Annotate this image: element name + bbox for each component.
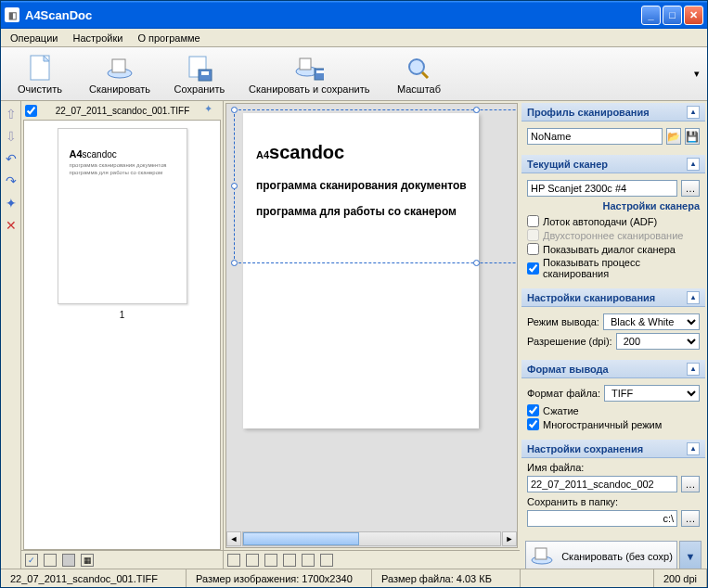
save-button[interactable]: Сохранить — [162, 51, 237, 97]
show-process-checkbox-row[interactable]: Показывать процесс сканирования — [527, 257, 700, 279]
collapse-icon[interactable]: ▴ — [687, 363, 700, 376]
svg-rect-13 — [535, 548, 547, 559]
open-profile-button[interactable]: 📂 — [666, 128, 681, 145]
svg-rect-8 — [315, 69, 324, 80]
zoom-opt-1[interactable] — [227, 554, 240, 567]
scroll-track[interactable] — [242, 531, 501, 546]
scan-dropdown-button[interactable]: ▼ — [679, 541, 702, 569]
thumbnail-list[interactable]: A4scandoc программа сканирования докумен… — [23, 120, 221, 550]
arrow-up-icon[interactable]: ⇧ — [4, 107, 19, 121]
horizontal-scrollbar[interactable]: ◄ ► — [226, 530, 517, 547]
folder-input[interactable] — [527, 510, 677, 527]
collapse-icon[interactable]: ▴ — [687, 158, 700, 171]
check-all-button[interactable]: ✓ — [25, 554, 38, 567]
collapse-icon[interactable]: ▴ — [687, 442, 700, 455]
menu-settings[interactable]: Настройки — [67, 31, 128, 45]
file-format-select[interactable]: TIFF — [604, 385, 700, 402]
duplex-checkbox-row: Двухстороннее сканирование — [527, 229, 700, 241]
show-dialog-checkbox[interactable] — [527, 243, 539, 255]
right-panel: Профиль сканирования▴ 📂 💾 Текущий сканер… — [520, 101, 707, 569]
clear-button[interactable]: Очистить — [3, 51, 77, 97]
menu-about[interactable]: О программе — [132, 31, 205, 45]
zoom-opt-2[interactable] — [246, 554, 259, 567]
handle-w[interactable] — [231, 183, 238, 189]
handle-n[interactable] — [473, 107, 480, 113]
preview-canvas[interactable]: A4scandoc программа сканирования докумен… — [226, 104, 517, 530]
resolution-select[interactable]: 200 — [616, 333, 700, 350]
scroll-thumb[interactable] — [243, 532, 359, 545]
show-process-checkbox[interactable] — [527, 262, 539, 275]
preview-panel: A4scandoc программа сканирования докумен… — [225, 103, 518, 548]
content-area: ⇧ ⇩ ↶ ↷ ✦ ✕ 22_07_2011_scandoc_001.TIFF … — [1, 101, 707, 569]
save-section-header[interactable]: Настройки сохранения▴ — [521, 440, 705, 458]
thumbnail-page[interactable]: A4scandoc программа сканирования докумен… — [58, 128, 187, 304]
zoom-opt-3[interactable] — [264, 554, 277, 567]
browse-scanner-button[interactable]: … — [681, 180, 700, 197]
filename-input[interactable] — [527, 476, 677, 492]
scroll-right-arrow[interactable]: ► — [502, 531, 517, 546]
handle-s[interactable] — [473, 260, 480, 266]
svg-line-11 — [422, 72, 428, 78]
menu-operations[interactable]: Операции — [5, 31, 63, 45]
rotate-right-icon[interactable]: ↷ — [4, 173, 19, 188]
scanner-icon — [105, 54, 135, 83]
zoom-opt-6[interactable] — [320, 554, 333, 567]
thumbnail-config-icon[interactable]: ✦ — [204, 103, 219, 118]
window-title: A4ScanDoc — [25, 8, 639, 22]
zoom-opt-4[interactable] — [283, 554, 296, 567]
svg-rect-2 — [112, 59, 125, 72]
view-mode-1-button[interactable] — [62, 554, 75, 567]
menubar: Операции Настройки О программе — [1, 29, 707, 47]
collapse-icon[interactable]: ▴ — [687, 106, 700, 119]
collapse-icon[interactable]: ▴ — [687, 291, 700, 304]
scan-no-save-button[interactable]: Сканировать (без сохр) — [525, 541, 677, 569]
adf-checkbox-row[interactable]: Лоток автоподачи (ADF) — [527, 215, 700, 227]
status-spacer — [521, 569, 654, 587]
scanner-settings-label: Настройки сканера — [527, 200, 700, 211]
compress-checkbox-row[interactable]: Сжатие — [527, 404, 700, 416]
folder-browse-button[interactable]: … — [681, 510, 700, 527]
profile-name-input[interactable] — [527, 128, 663, 145]
scan-save-button[interactable]: Сканировать и сохранить — [238, 51, 380, 97]
show-dialog-checkbox-row[interactable]: Показывать диалог сканера — [527, 243, 700, 255]
format-section-header[interactable]: Формат вывода▴ — [521, 360, 705, 378]
scan-settings-section-header[interactable]: Настройки сканирования▴ — [521, 288, 705, 307]
output-mode-select[interactable]: Black & White — [603, 313, 700, 330]
scan-button[interactable]: Сканировать — [79, 51, 161, 97]
profile-section-header[interactable]: Профиль сканирования▴ — [521, 103, 705, 121]
thumbnail-checkbox[interactable] — [25, 105, 37, 117]
toolbar-overflow[interactable]: ▾ — [694, 68, 705, 80]
delete-icon[interactable]: ✕ — [4, 218, 19, 233]
zoom-button[interactable]: Масштаб — [381, 51, 456, 97]
thumbnail-filename: 22_07_2011_scandoc_001.TIFF — [41, 106, 204, 116]
document-icon — [25, 54, 55, 83]
view-mode-2-button[interactable]: ▦ — [81, 554, 94, 567]
handle-sw[interactable] — [231, 260, 238, 266]
left-toolbar: ⇧ ⇩ ↶ ↷ ✦ ✕ — [1, 101, 21, 569]
zoom-opt-5[interactable] — [302, 554, 315, 567]
magnifier-icon — [404, 54, 433, 83]
multipage-checkbox[interactable] — [527, 418, 539, 430]
multipage-checkbox-row[interactable]: Многостраничный режим — [527, 418, 700, 430]
maximize-button[interactable]: □ — [663, 6, 682, 25]
save-profile-button[interactable]: 💾 — [685, 128, 700, 145]
adf-checkbox[interactable] — [527, 215, 539, 227]
status-dpi: 200 dpi — [654, 569, 707, 587]
arrow-down-icon[interactable]: ⇩ — [4, 129, 19, 144]
scanner-name-input[interactable] — [527, 180, 677, 197]
minimize-button[interactable]: _ — [641, 6, 661, 25]
rotate-left-icon[interactable]: ↶ — [4, 151, 19, 166]
compress-checkbox[interactable] — [527, 404, 539, 416]
svg-rect-9 — [316, 70, 324, 73]
settings-icon[interactable]: ✦ — [4, 196, 19, 211]
filename-browse-button[interactable]: … — [681, 476, 700, 492]
uncheck-all-button[interactable] — [44, 554, 57, 567]
close-button[interactable]: ✕ — [684, 6, 703, 25]
main-toolbar: Очистить Сканировать Сохранить Сканирова… — [1, 47, 707, 101]
thumb-logo: A4scandoc — [70, 146, 175, 160]
scanner-icon — [530, 546, 554, 567]
scroll-left-arrow[interactable]: ◄ — [226, 531, 241, 546]
save-icon — [185, 54, 214, 83]
scanner-section-header[interactable]: Текущий сканер▴ — [521, 155, 705, 173]
handle-nw[interactable] — [231, 107, 238, 113]
